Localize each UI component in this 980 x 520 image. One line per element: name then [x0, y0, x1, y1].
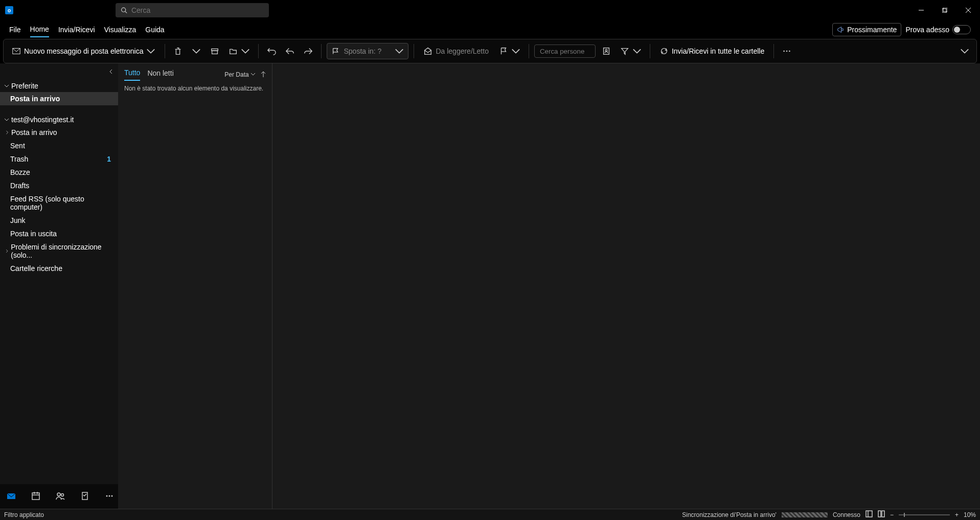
folder-item[interactable]: Drafts — [0, 179, 118, 192]
sort-dropdown[interactable]: Per Data — [224, 71, 256, 78]
chevron-down-icon — [250, 72, 256, 77]
svg-point-25 — [111, 495, 113, 496]
people-nav[interactable] — [55, 491, 65, 503]
new-email-button[interactable]: Nuovo messaggio di posta elettronica — [8, 43, 159, 59]
maximize-button[interactable] — [933, 0, 956, 20]
more-button[interactable] — [779, 43, 794, 59]
folder-label: Problemi di sincronizzazione (solo... — [11, 243, 114, 259]
outlook-icon: o — [5, 6, 13, 14]
svg-point-14 — [789, 51, 790, 52]
tab-unread[interactable]: Non letti — [147, 69, 173, 80]
forward-button[interactable] — [301, 43, 316, 59]
folder-item[interactable]: Bozze — [0, 166, 118, 179]
folder-item[interactable]: Feed RSS (solo questo computer) — [0, 192, 118, 214]
sort-direction-button[interactable] — [261, 71, 266, 79]
separator — [165, 44, 165, 58]
separator — [414, 44, 414, 58]
chevron-down-icon — [511, 47, 520, 56]
coming-soon-label: Prossimamente — [847, 26, 897, 34]
global-search[interactable] — [116, 3, 269, 17]
account-header[interactable]: test@vhostingtest.it — [0, 114, 118, 126]
search-icon — [121, 7, 127, 14]
chevron-right-icon — [5, 249, 9, 253]
reply-button[interactable] — [282, 43, 298, 59]
folder-item[interactable]: Trash1 — [0, 152, 118, 166]
more-nav[interactable] — [104, 491, 115, 503]
read-unread-button[interactable]: Da leggere/Letto — [419, 43, 493, 59]
tasks-icon — [80, 491, 90, 501]
empty-message: Non è stato trovato alcun elemento da vi… — [118, 81, 272, 96]
svg-rect-3 — [942, 9, 946, 13]
tasks-nav[interactable] — [80, 491, 90, 503]
ribbon-expand-button[interactable] — [957, 43, 972, 59]
favorites-header[interactable]: Preferite — [0, 80, 118, 92]
collapse-sidebar-button[interactable] — [104, 63, 118, 80]
search-people-field[interactable] — [540, 48, 586, 55]
address-book-button[interactable] — [599, 43, 614, 59]
people-icon — [55, 491, 65, 501]
favorite-inbox[interactable]: Posta in arrivo — [0, 92, 118, 105]
menu-view[interactable]: Visualizza — [104, 22, 136, 37]
chevron-down-icon — [632, 47, 642, 56]
view-normal-button[interactable] — [865, 510, 873, 519]
svg-rect-16 — [32, 493, 39, 500]
folder-label: Bozze — [10, 168, 30, 176]
favorites-label: Preferite — [11, 82, 38, 90]
mail-icon — [6, 491, 16, 501]
view-reading-button[interactable] — [878, 510, 885, 519]
ribbon: Nuovo messaggio di posta elettronica Spo… — [3, 39, 977, 63]
folder-item[interactable]: Junk — [0, 214, 118, 227]
chevron-down-icon — [192, 47, 201, 56]
archive-button[interactable] — [207, 43, 222, 59]
move-button[interactable] — [225, 43, 253, 59]
undo-button[interactable] — [264, 43, 279, 59]
chevron-down-icon — [241, 47, 250, 56]
zoom-in-button[interactable]: + — [955, 511, 959, 518]
separator — [650, 44, 650, 58]
archive-icon — [210, 47, 219, 56]
sync-progress — [782, 512, 828, 517]
tab-all[interactable]: Tutto — [124, 69, 140, 81]
flag-button[interactable] — [496, 43, 523, 59]
separator — [529, 44, 529, 58]
menu-send-receive[interactable]: Invia/Ricevi — [58, 22, 95, 37]
search-input[interactable] — [131, 6, 264, 14]
zoom-slider[interactable] — [899, 514, 950, 515]
svg-point-13 — [786, 51, 788, 52]
connection-status: Connesso — [833, 511, 860, 518]
mail-nav[interactable] — [6, 491, 16, 503]
try-now-toggle[interactable]: Prova adesso — [905, 25, 971, 34]
menubar: File Home Invia/Ricevi Visualizza Guida … — [0, 20, 980, 39]
list-header: Tutto Non letti Per Data — [118, 63, 272, 81]
folder-item[interactable]: Sent — [0, 139, 118, 152]
send-receive-all-button[interactable]: Invia/Ricevi in tutte le cartelle — [655, 43, 768, 59]
minimize-button[interactable] — [909, 0, 933, 20]
filter-button[interactable] — [617, 43, 645, 59]
search-people-input[interactable] — [534, 44, 596, 58]
close-button[interactable] — [956, 0, 980, 20]
zoom-out-button[interactable]: − — [890, 511, 894, 518]
toggle-switch[interactable] — [952, 25, 971, 34]
menu-home[interactable]: Home — [30, 22, 49, 37]
folder-item[interactable]: Problemi di sincronizzazione (solo... — [0, 240, 118, 262]
svg-point-24 — [109, 495, 110, 496]
folder-item[interactable]: Cartelle ricerche — [0, 262, 118, 275]
folder-item[interactable]: Posta in arrivo — [0, 126, 118, 139]
delete-dropdown[interactable] — [189, 43, 204, 59]
calendar-nav[interactable] — [31, 491, 41, 503]
delete-button[interactable] — [170, 43, 186, 59]
folder-label: Junk — [10, 216, 26, 224]
megaphone-icon — [837, 26, 844, 33]
svg-rect-9 — [212, 51, 218, 54]
read-unread-label: Da leggere/Letto — [436, 47, 489, 55]
address-book-icon — [602, 47, 611, 56]
move-to-dropdown[interactable]: Sposta in: ? — [327, 43, 408, 59]
menu-help[interactable]: Guida — [145, 22, 164, 37]
chevron-down-icon — [146, 47, 155, 56]
menu-file[interactable]: File — [9, 22, 21, 37]
folder-label: Posta in arrivo — [11, 128, 57, 137]
window-controls — [909, 0, 980, 20]
folder-item[interactable]: Posta in uscita — [0, 227, 118, 240]
coming-soon-button[interactable]: Prossimamente — [832, 23, 901, 36]
folder-label: Trash — [10, 155, 28, 163]
